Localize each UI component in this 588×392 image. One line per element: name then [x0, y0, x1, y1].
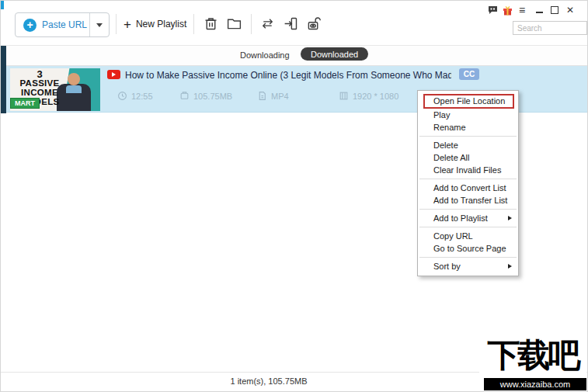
menu-item-copy-url[interactable]: Copy URL: [418, 230, 518, 242]
resolution-value: 1920 * 1080: [353, 92, 398, 101]
app-window: + Paste URL + New Playlist: [0, 0, 588, 392]
menu-item-label: Sort by: [433, 262, 461, 271]
paste-url-main[interactable]: + Paste URL: [16, 19, 89, 32]
paste-url-dropdown-button[interactable]: [89, 13, 109, 36]
feedback-button[interactable]: [487, 5, 498, 16]
left-edge-stripe: [1, 46, 6, 113]
delete-button[interactable]: [203, 16, 219, 32]
submenu-arrow-icon: [508, 264, 512, 269]
paste-url-button[interactable]: + Paste URL: [15, 12, 110, 37]
watermark-url: www.xiazaiba.com: [484, 378, 586, 390]
menu-item-go-to-source-page[interactable]: Go to Source Page: [418, 242, 518, 255]
menu-item-add-to-convert-list[interactable]: Add to Convert List: [418, 182, 518, 194]
menu-item-clear-invalid-files[interactable]: Clear Invalid Files: [418, 164, 518, 176]
film-icon: [339, 91, 349, 101]
menu-item-sort-by[interactable]: Sort by: [418, 260, 518, 272]
resolution-field: 1920 * 1080: [339, 91, 398, 101]
transfer-to-device-icon: [283, 16, 299, 32]
menu-separator: [419, 136, 517, 137]
tab-downloading[interactable]: Downloading: [240, 50, 290, 60]
minimize-icon: [536, 12, 543, 13]
menu-separator: [419, 257, 517, 258]
submenu-arrow-icon: [508, 216, 512, 220]
thumbnail-person-shirt: [66, 85, 82, 93]
format-value: MP4: [271, 92, 289, 101]
maximize-button[interactable]: [549, 5, 560, 16]
clock-icon: [117, 91, 127, 101]
open-folder-button[interactable]: [226, 16, 242, 32]
duration-field: 12:55: [117, 91, 153, 101]
close-button[interactable]: ✕: [565, 5, 576, 16]
watermark: 下载吧 www.xiazaiba.com: [479, 342, 586, 390]
transfer-button[interactable]: [283, 16, 299, 32]
menu-separator: [419, 209, 517, 210]
cc-badge[interactable]: CC: [459, 68, 479, 80]
chevron-down-icon: [96, 23, 103, 27]
menu-button[interactable]: ≡: [517, 5, 527, 16]
private-space-button[interactable]: [305, 16, 322, 32]
minimize-button[interactable]: [534, 5, 545, 16]
plus-icon: +: [124, 18, 131, 31]
folder-icon: [226, 16, 242, 32]
repeat-icon: [259, 16, 276, 32]
menu-item-label: Add to Playlist: [433, 213, 488, 223]
menu-item-rename[interactable]: Rename: [418, 121, 518, 134]
format-field: MP4: [257, 91, 289, 101]
filesize-field: 105.75MB: [179, 91, 232, 101]
gift-button[interactable]: [502, 5, 513, 16]
tab-downloaded[interactable]: Downloaded: [301, 47, 368, 61]
file-icon: [257, 91, 267, 101]
item-count-summary: 1 item(s), 105.75MB: [1, 376, 537, 386]
menu-item-delete-all[interactable]: Delete All: [418, 151, 518, 164]
thumbnail-tag: MART: [10, 98, 40, 109]
play-triangle-icon: [112, 72, 116, 77]
plus-circle-icon: +: [23, 19, 37, 32]
gift-icon: [503, 5, 513, 16]
thumbnail-line: 3: [12, 69, 68, 79]
window-corner-mark: [1, 1, 4, 9]
paste-url-label: Paste URL: [42, 19, 87, 30]
menu-item-add-to-transfer-list[interactable]: Add to Transfer List: [418, 194, 518, 206]
maximize-icon: [551, 6, 558, 14]
menu-item-add-to-playlist[interactable]: Add to Playlist: [418, 212, 518, 224]
youtube-icon: [107, 70, 120, 79]
lock-eye-icon: [305, 16, 322, 32]
menu-item-delete[interactable]: Delete: [418, 139, 518, 151]
toolbar-separator: [251, 14, 252, 34]
video-title: How to Make Passive Income Online (3 Leg…: [125, 70, 451, 81]
storage-icon: [179, 91, 190, 101]
menu-separator: [419, 227, 517, 227]
new-playlist-button[interactable]: + New Playlist: [124, 12, 186, 36]
thumbnail-person-head: [68, 73, 80, 85]
tab-strip: [1, 46, 588, 66]
menu-separator: [419, 179, 517, 179]
convert-button[interactable]: [259, 16, 276, 32]
menu-item-open-file-location[interactable]: Open File Location: [423, 94, 514, 109]
toolbar-separator: [116, 14, 117, 34]
trash-icon: [203, 16, 219, 32]
filesize-value: 105.75MB: [193, 92, 232, 101]
watermark-logo: 下载吧: [479, 338, 586, 373]
thumbnail-line: INCOME: [12, 88, 68, 98]
toolbar-separator: [193, 14, 194, 34]
video-thumbnail[interactable]: 3 PASSIVE INCOME MODELS MART: [10, 68, 100, 111]
menu-item-play[interactable]: Play: [418, 109, 518, 121]
duration-value: 12:55: [131, 92, 153, 101]
context-menu: Open File Location Play Rename Delete De…: [417, 90, 519, 276]
search-input[interactable]: [513, 21, 587, 35]
new-playlist-label: New Playlist: [136, 19, 186, 29]
comment-icon: [488, 5, 498, 15]
